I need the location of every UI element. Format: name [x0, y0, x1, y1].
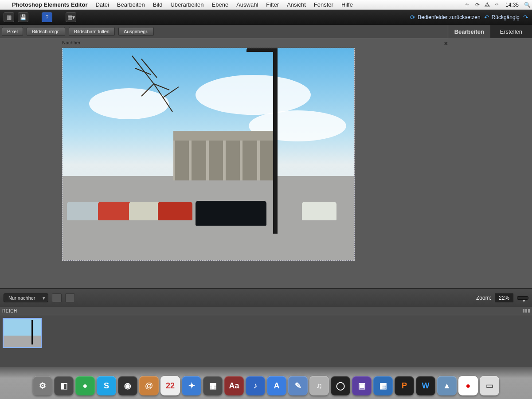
- tab-edit[interactable]: Bearbeiten: [448, 25, 490, 38]
- mac-menubar: Photoshop Elements Editor Datei Bearbeit…: [0, 0, 532, 10]
- redo-icon: ↷: [523, 14, 528, 21]
- redo-button[interactable]: ↷: [523, 14, 528, 21]
- dock-itunes-icon[interactable]: ♪: [246, 376, 265, 395]
- menu-bild[interactable]: Bild: [149, 1, 167, 8]
- menu-ebene[interactable]: Ebene: [208, 1, 233, 8]
- rotate-right-icon[interactable]: [65, 293, 75, 302]
- refresh-icon: ⟳: [410, 14, 415, 21]
- dock-facetime-icon[interactable]: ●: [75, 376, 95, 395]
- bin-thumbnail[interactable]: [3, 318, 42, 348]
- wifi-icon[interactable]: ⌔: [492, 2, 502, 8]
- menubar-clock[interactable]: 14:35: [502, 2, 522, 8]
- undo-button[interactable]: ↶Rückgängig: [484, 14, 520, 21]
- save-icon[interactable]: 💾: [18, 12, 28, 22]
- dock-app-blue-w-icon[interactable]: W: [416, 376, 435, 395]
- dock-vodafone-icon[interactable]: ●: [458, 376, 478, 395]
- spotlight-icon[interactable]: 🔍: [522, 2, 532, 8]
- dock-skype-icon[interactable]: S: [97, 376, 116, 395]
- reset-panels-label: Bedienfelder zurücksetzen: [418, 14, 480, 20]
- menu-bearbeiten[interactable]: Bearbeiten: [113, 1, 149, 8]
- project-bin: [0, 315, 532, 367]
- document-canvas[interactable]: [62, 48, 355, 261]
- open-icon[interactable]: ▥: [4, 12, 14, 22]
- mac-dock: ⚙◧●S◉@22✦▦Aa♪A✎♫◯▣▦PW▲●▭: [0, 367, 532, 399]
- dock-contacts-icon[interactable]: @: [139, 376, 159, 395]
- zoom-value[interactable]: 22%: [495, 293, 513, 302]
- dock-app-blue-box-icon[interactable]: ▦: [373, 376, 393, 395]
- dock-app-generic-1-icon[interactable]: ✎: [288, 376, 308, 395]
- airport-icon[interactable]: ᯤ: [463, 2, 473, 8]
- menu-hilfe[interactable]: Hilfe: [337, 1, 357, 8]
- close-document-button[interactable]: ×: [444, 40, 448, 47]
- layout-menu-icon[interactable]: ▦▾: [66, 12, 76, 22]
- menu-datei[interactable]: Datei: [91, 1, 113, 8]
- opt-fitscreen-button[interactable]: Bildschirmgr.: [27, 27, 65, 36]
- dock-app-orange-p-icon[interactable]: P: [395, 376, 414, 395]
- dock-appstore-icon[interactable]: A: [267, 376, 286, 395]
- reset-panels-button[interactable]: ⟳Bedienfelder zurücksetzen: [410, 14, 480, 21]
- dock-app-photo-icon[interactable]: ▲: [437, 376, 457, 395]
- canvas-area: Nachher ×: [0, 38, 532, 288]
- timemachine-icon[interactable]: ⟳: [473, 2, 482, 8]
- menu-filter[interactable]: Filter: [262, 1, 283, 8]
- dock-preview-icon[interactable]: ◧: [54, 376, 74, 395]
- opt-printsize-button[interactable]: Ausgabegr.: [118, 27, 154, 36]
- dock-dictionary-icon[interactable]: Aa: [224, 376, 244, 395]
- dock-app-purple-icon[interactable]: ▣: [352, 376, 372, 395]
- menu-ansicht[interactable]: Ansicht: [283, 1, 310, 8]
- dock-calendar-icon[interactable]: 22: [160, 376, 180, 395]
- dock-finder-window-icon[interactable]: ▭: [480, 376, 499, 395]
- menu-auswahl[interactable]: Auswahl: [232, 1, 262, 8]
- canvas-footer: Nur nachher Zoom: 22%: [0, 288, 532, 307]
- opt-fillscreen-button[interactable]: Bildschirm füllen: [69, 27, 115, 36]
- dock-idvd-icon[interactable]: ◯: [331, 376, 350, 395]
- help-icon[interactable]: ?: [42, 12, 52, 22]
- menu-fenster[interactable]: Fenster: [310, 1, 337, 8]
- dock-safari-icon[interactable]: ✦: [182, 376, 201, 395]
- dock-dashboard-icon[interactable]: ◉: [118, 376, 137, 395]
- project-bin-label: REICH: [2, 309, 17, 313]
- view-label: Nachher: [62, 40, 81, 45]
- app-toolbar: ▥ 💾 ? ▦▾ ⟳Bedienfelder zurücksetzen ↶Rüc…: [0, 10, 532, 25]
- project-bin-header[interactable]: REICH: [0, 307, 532, 315]
- app-name[interactable]: Photoshop Elements Editor: [8, 1, 91, 8]
- opt-pixel-button[interactable]: Pixel: [2, 27, 23, 36]
- undo-label: Rückgängig: [492, 14, 520, 20]
- dock-iphoto-icon[interactable]: ▦: [203, 376, 223, 395]
- dock-app-generic-2-icon[interactable]: ♫: [309, 376, 329, 395]
- undo-icon: ↶: [484, 14, 489, 21]
- menu-ueberarbeiten[interactable]: Überarbeiten: [166, 1, 207, 8]
- rotate-left-icon[interactable]: [52, 293, 62, 302]
- zoom-label: Zoom:: [476, 295, 491, 301]
- work-area: Nachher × Nur nachher: [0, 38, 532, 367]
- zoom-dropdown[interactable]: [517, 296, 528, 300]
- tab-create[interactable]: Erstellen: [490, 25, 532, 38]
- view-mode-dropdown[interactable]: Nur nachher: [4, 293, 48, 302]
- dock-settings-icon[interactable]: ⚙: [33, 376, 52, 395]
- bluetooth-icon[interactable]: ⁂: [482, 2, 492, 8]
